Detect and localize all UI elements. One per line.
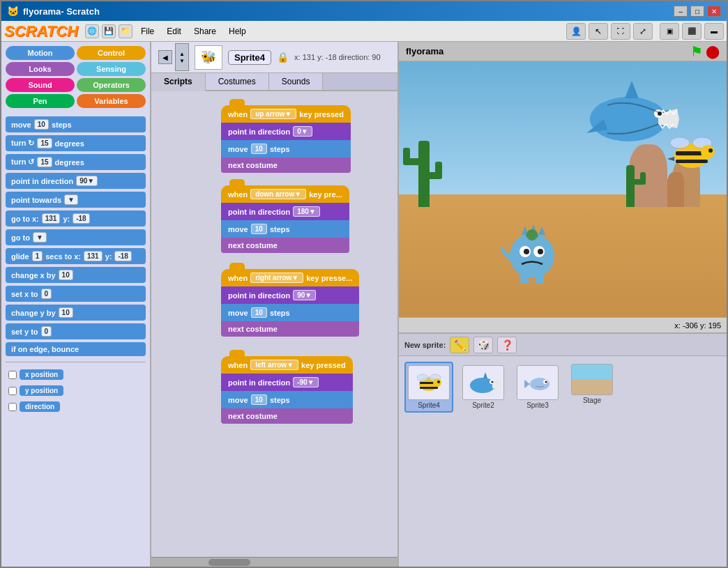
paint-sprite-button[interactable]: ✏️ — [450, 337, 469, 353]
user-icon[interactable]: 👤 — [566, 23, 586, 40]
maximize-button[interactable]: □ — [690, 6, 704, 17]
var-x-position[interactable]: x position — [6, 368, 146, 381]
upload-sprite-button[interactable]: ❓ — [497, 337, 517, 353]
block-point-direction[interactable]: point in direction 90▼ — [6, 173, 146, 189]
sprites-panel: New sprite: ✏️ 🎲 ❓ — [399, 332, 727, 567]
block-turn-ccw[interactable]: turn ↺ 15 degrees — [6, 154, 146, 170]
key-up-arrow-dropdown[interactable]: up arrow▼ — [250, 109, 296, 119]
category-motion[interactable]: Motion — [6, 46, 75, 60]
block-next-costume-3[interactable]: next costume — [221, 321, 359, 337]
block-next-costume-2[interactable]: next costume — [221, 238, 349, 253]
var-y-position[interactable]: y position — [6, 384, 146, 397]
script-right-stack: when right arrow▼ key presse... point in… — [221, 269, 359, 337]
nav-buttons[interactable]: ▲▼ — [175, 43, 189, 71]
hat-down-arrow[interactable]: when down arrow▼ key pre... — [221, 185, 349, 203]
stage-label: Stage — [583, 397, 601, 404]
folder-icon[interactable]: 📁 — [119, 24, 132, 38]
block-next-costume-1[interactable]: next costume — [221, 158, 351, 173]
layout3-icon[interactable]: ▬ — [704, 23, 724, 40]
block-change-x[interactable]: change x by 10 — [6, 267, 146, 283]
sprite-item-sprite3[interactable]: Sprite3 — [513, 362, 562, 413]
category-looks[interactable]: Looks — [6, 62, 75, 76]
direction-180-val[interactable]: 180▼ — [293, 206, 320, 217]
tab-sounds[interactable]: Sounds — [269, 73, 324, 90]
block-move-up[interactable]: move 10 steps — [221, 140, 351, 158]
block-bounce[interactable]: if on edge, bounce — [6, 342, 146, 356]
block-point-dir-180[interactable]: point in direction 180▼ — [221, 203, 349, 220]
var-direction-checkbox[interactable] — [8, 403, 17, 411]
block-point-dir-0[interactable]: point in direction 0▼ — [221, 123, 351, 140]
green-flag-button[interactable]: ⚑ — [690, 43, 703, 60]
hat-left-arrow[interactable]: when left arrow▼ key pressed — [221, 356, 353, 374]
scratch-logo-text: SCRATCH — [4, 22, 78, 40]
main-window: 🐱 flyorama- Scratch – □ ✕ SCRATCH 🌐 💾 📁 … — [0, 0, 728, 568]
key-right-arrow-dropdown[interactable]: right arrow▼ — [250, 273, 303, 283]
var-y-checkbox[interactable] — [8, 387, 17, 395]
category-control[interactable]: Control — [77, 46, 146, 60]
svg-point-10 — [701, 145, 715, 159]
block-goto-xy[interactable]: go to x: 131 y: -18 — [6, 210, 146, 227]
fullscreen-icon[interactable]: ⛶ — [611, 23, 630, 40]
block-move-right[interactable]: move 10 steps — [221, 304, 359, 321]
block-move-left[interactable]: move 10 steps — [221, 391, 353, 408]
block-point-towards[interactable]: point towards ▼ — [6, 192, 146, 208]
help-menu[interactable]: Help — [223, 24, 252, 39]
layout2-icon[interactable]: ⬛ — [682, 23, 702, 40]
scripts-panel: ◀ ▲▼ 🐝 Sprite4 🔒 x: 131 y: -18 direction… — [151, 42, 399, 567]
category-sound[interactable]: Sound — [6, 78, 75, 92]
block-move[interactable]: move 10 steps — [6, 116, 146, 132]
save-icon[interactable]: 💾 — [102, 24, 116, 38]
monster-character — [501, 221, 563, 284]
block-turn-cw[interactable]: turn ↻ 15 degrees — [6, 135, 146, 151]
sprite-item-sprite4[interactable]: Sprite4 — [404, 362, 453, 413]
block-change-y[interactable]: change y by 10 — [6, 305, 146, 321]
file-menu[interactable]: File — [135, 24, 160, 39]
category-operators[interactable]: Operators — [77, 78, 146, 92]
cursor-icon[interactable]: ↖ — [589, 23, 608, 40]
category-sensing[interactable]: Sensing — [77, 62, 146, 76]
red-stop-button[interactable]: ⬤ — [706, 44, 720, 59]
block-goto[interactable]: go to ▼ — [6, 229, 146, 245]
key-down-arrow-dropdown[interactable]: down arrow▼ — [250, 189, 306, 199]
share-menu[interactable]: Share — [188, 24, 222, 39]
block-set-y[interactable]: set y to 0 — [6, 323, 146, 339]
svg-marker-12 — [667, 157, 674, 161]
globe-icon[interactable]: 🌐 — [85, 24, 99, 38]
block-set-x[interactable]: set x to 0 — [6, 286, 146, 302]
direction-0-val[interactable]: 0▼ — [293, 126, 312, 137]
minimize-button[interactable]: – — [674, 6, 688, 17]
block-point-dir-90[interactable]: point in direction 90▼ — [221, 286, 359, 304]
scripts-canvas[interactable]: when up arrow▼ key pressed point in dire… — [151, 91, 397, 557]
h-scrollbar-thumb[interactable] — [208, 559, 250, 566]
svg-point-11 — [708, 148, 713, 153]
block-move-down[interactable]: move 10 steps — [221, 220, 349, 238]
block-point-dir-neg90[interactable]: point in direction -90▼ — [221, 374, 353, 391]
svg-point-8 — [670, 137, 690, 148]
tab-scripts[interactable]: Scripts — [151, 73, 206, 91]
title-bar: 🐱 flyorama- Scratch – □ ✕ — [1, 1, 727, 21]
sprite-item-sprite2[interactable]: Sprite2 — [459, 362, 508, 413]
hat-right-arrow[interactable]: when right arrow▼ key presse... — [221, 269, 359, 286]
var-x-checkbox[interactable] — [8, 371, 17, 379]
svg-rect-21 — [520, 275, 529, 284]
category-variables[interactable]: Variables — [77, 94, 146, 108]
stage-item[interactable]: Stage — [568, 362, 616, 413]
tabs-row: Scripts Costumes Sounds — [151, 73, 397, 91]
direction-neg90-val[interactable]: -90▼ — [293, 377, 318, 387]
close-button[interactable]: ✕ — [707, 6, 721, 17]
layout1-icon[interactable]: ▣ — [660, 23, 679, 40]
block-glide[interactable]: glide 1 secs to x: 131 y: -18 — [6, 248, 146, 264]
category-pen[interactable]: Pen — [6, 94, 75, 108]
block-next-costume-4[interactable]: next costume — [221, 408, 353, 424]
tab-costumes[interactable]: Costumes — [206, 73, 269, 90]
sprites-grid: Sprite4 — [399, 356, 727, 418]
key-left-arrow-dropdown[interactable]: left arrow▼ — [250, 360, 298, 370]
resize-icon[interactable]: ⤢ — [633, 23, 653, 40]
random-sprite-button[interactable]: 🎲 — [473, 337, 493, 353]
hat-up-arrow[interactable]: when up arrow▼ key pressed — [221, 105, 351, 123]
toggle-button[interactable]: ◀ — [158, 50, 172, 64]
h-scrollbar[interactable] — [151, 557, 397, 567]
var-direction[interactable]: direction — [6, 400, 146, 413]
edit-menu[interactable]: Edit — [161, 24, 187, 39]
direction-90-val[interactable]: 90▼ — [293, 290, 316, 300]
